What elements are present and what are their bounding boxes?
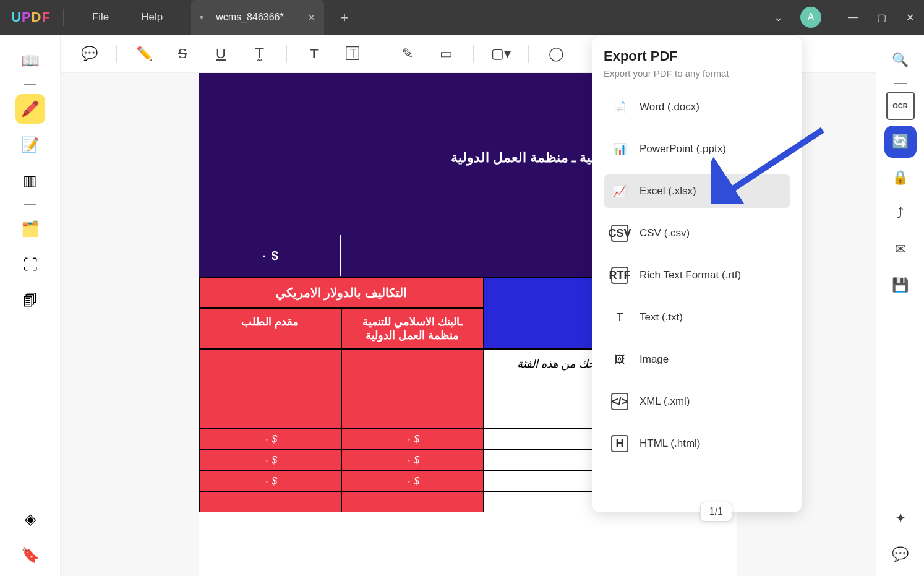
minimize-button[interactable]: — xyxy=(839,0,867,35)
tools-icon[interactable]: 🗐 xyxy=(15,286,45,316)
export-powerpoint[interactable]: 📊PowerPoint (.pptx) xyxy=(604,132,790,166)
tab-title: wcms_846366* xyxy=(216,12,283,23)
export-html[interactable]: HHTML (.html) xyxy=(604,426,790,461)
app-logo: UPDF xyxy=(11,9,51,25)
text-icon[interactable]: T xyxy=(303,43,325,65)
highlight-icon[interactable]: 🖍️ xyxy=(15,94,45,124)
image-icon: 🖼 xyxy=(611,351,628,368)
export-csv[interactable]: CSVCSV (.csv) xyxy=(604,216,790,251)
save-icon[interactable]: 💾 xyxy=(886,271,915,299)
right-rail: 🔍 OCR 🔄 🔒 ⤴ ✉ 💾 ✦ 💬 xyxy=(876,35,924,576)
bookmark-icon[interactable]: 🔖 xyxy=(15,540,45,570)
shape-icon[interactable]: ▢▾ xyxy=(490,43,512,65)
html-icon: H xyxy=(611,435,628,452)
search-icon[interactable]: 🔍 xyxy=(886,46,915,74)
user-avatar[interactable]: A xyxy=(800,7,821,28)
chat-icon[interactable]: 💬 xyxy=(886,540,915,569)
email-icon[interactable]: ✉ xyxy=(886,235,915,264)
ppt-icon: 📊 xyxy=(611,140,628,158)
col-applicant: مقدم الطلب xyxy=(199,308,341,349)
empty-cell xyxy=(199,491,341,512)
csv-icon: CSV xyxy=(611,225,628,242)
xml-icon: </> xyxy=(611,393,628,410)
protect-icon[interactable]: 🔒 xyxy=(886,163,915,192)
export-rtf[interactable]: RTFRich Text Format (.rtf) xyxy=(604,258,790,293)
underline-icon[interactable]: U xyxy=(210,43,232,65)
value-cell: ٠ $ xyxy=(341,470,484,491)
reader-icon[interactable]: 📖 xyxy=(15,46,45,75)
page-indicator[interactable]: 1/1 xyxy=(700,502,732,522)
textbox-icon[interactable]: 🅃 xyxy=(341,43,364,65)
word-icon: 📄 xyxy=(611,98,628,116)
crop-icon[interactable]: ⛶ xyxy=(15,250,45,280)
rtf-icon: RTF xyxy=(611,267,628,284)
share-icon[interactable]: ⤴ xyxy=(886,199,915,228)
value-cell: ٠ $ xyxy=(199,470,341,491)
strikethrough-icon[interactable]: S xyxy=(171,43,194,65)
close-tab-icon[interactable]: ✕ xyxy=(307,12,315,24)
window-dropdown-icon[interactable]: ⌄ xyxy=(774,11,783,24)
close-window-button[interactable]: ✕ xyxy=(896,0,924,35)
form-icon[interactable]: ▥ xyxy=(15,166,45,196)
ai-icon[interactable]: ✦ xyxy=(886,504,915,533)
document-tab[interactable]: ▾ wcms_846366* ✕ xyxy=(191,0,323,35)
export-excel[interactable]: 📈Excel (.xlsx) xyxy=(604,174,790,208)
export-subtitle: Export your PDF to any format xyxy=(604,68,790,79)
cost-header: التكاليف بالدولار الامريكي xyxy=(199,277,484,308)
value-cell: ٠ $ xyxy=(341,449,484,470)
pin-icon: ▾ xyxy=(200,13,203,22)
export-icon[interactable]: 🔄 xyxy=(886,127,915,156)
new-tab-button[interactable]: ＋ xyxy=(338,8,351,27)
export-text[interactable]: TText (.txt) xyxy=(604,300,790,335)
stamp-icon[interactable]: ◯ xyxy=(545,43,567,65)
edit-icon[interactable]: 📝 xyxy=(15,130,45,160)
maximize-button[interactable]: ▢ xyxy=(867,0,896,35)
eraser-icon[interactable]: ▭ xyxy=(435,43,457,65)
menu-help[interactable]: Help xyxy=(141,11,163,24)
export-panel: Export PDF Export your PDF to any format… xyxy=(592,36,802,512)
empty-cell xyxy=(199,349,341,428)
value-cell: ٠ $ xyxy=(199,428,341,449)
ocr-icon[interactable]: OCR xyxy=(886,92,915,120)
empty-cell xyxy=(341,491,484,512)
layers-icon[interactable]: ◈ xyxy=(15,504,45,534)
col-isdb: ـالبنك الاسلامي للتنمية منظمة العمل الدو… xyxy=(341,308,484,349)
export-image[interactable]: 🖼Image xyxy=(604,342,790,377)
empty-cell xyxy=(341,349,484,428)
top-left-value: ٠ $ xyxy=(199,235,341,276)
rail-separator xyxy=(24,84,36,85)
export-word[interactable]: 📄Word (.docx) xyxy=(604,90,790,124)
txt-icon: T xyxy=(611,309,628,326)
divider xyxy=(63,9,64,26)
titlebar: UPDF File Help ▾ wcms_846366* ✕ ＋ ⌄ A — … xyxy=(0,0,924,35)
pencil-icon[interactable]: ✎ xyxy=(396,43,419,65)
rail-separator xyxy=(24,204,36,205)
menu-file[interactable]: File xyxy=(92,11,109,24)
export-xml[interactable]: </>XML (.xml) xyxy=(604,384,790,419)
excel-icon: 📈 xyxy=(611,183,628,200)
highlighter-icon[interactable]: ✏️ xyxy=(133,43,155,65)
organize-icon[interactable]: 🗂️ xyxy=(15,214,45,244)
squiggly-icon[interactable]: T̰ xyxy=(248,43,270,65)
comment-icon[interactable]: 💬 xyxy=(78,43,100,65)
export-title: Export PDF xyxy=(604,48,790,64)
left-rail: 📖 🖍️ 📝 ▥ 🗂️ ⛶ 🗐 ◈ 🔖 xyxy=(0,35,61,576)
value-cell: ٠ $ xyxy=(341,428,484,449)
value-cell: ٠ $ xyxy=(199,449,341,470)
